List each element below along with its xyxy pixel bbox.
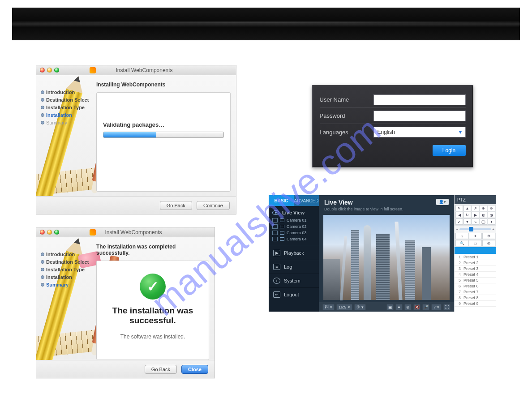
stream-select[interactable]: ①▾ — [354, 304, 366, 310]
zoom-button[interactable]: ⊕ — [404, 304, 412, 310]
continue-button[interactable]: Continue — [197, 201, 230, 210]
camera-item[interactable]: Camera 02 — [271, 223, 316, 230]
audio-button[interactable]: 🔇 — [413, 304, 420, 310]
ptz-search-button[interactable]: 🔍 — [455, 240, 468, 246]
ptz-up[interactable]: ▲ — [463, 205, 471, 211]
installer-step-list: Introduction Destination Select Installa… — [36, 237, 96, 360]
minimize-icon[interactable] — [47, 68, 52, 73]
step-type: Installation Type — [41, 105, 96, 110]
login-row-username: User Name — [320, 92, 466, 108]
ptz-center-button[interactable]: ◎ — [482, 240, 495, 246]
ptz-up-right[interactable]: ↗ — [472, 205, 479, 211]
ptz-down[interactable]: ▼ — [463, 218, 471, 225]
step-summary: Summary — [41, 282, 96, 287]
password-input[interactable] — [373, 111, 466, 121]
installer-dialog-success: Install WebComponents Introduction Desti… — [36, 227, 215, 378]
window-title: Install WebComponents — [56, 67, 232, 73]
installer-titlebar: Install WebComponents — [36, 227, 215, 237]
preset-item[interactable]: 1Preset 1 — [455, 254, 496, 260]
nav-system[interactable]: iSystem — [269, 274, 319, 287]
ptz-iris-open[interactable]: ◯ — [480, 218, 487, 225]
go-back-button[interactable]: Go Back — [160, 201, 192, 210]
liveview-app: BASIC ADVANCED Live View Camera 01 Camer… — [269, 195, 496, 312]
ptz-aux-button[interactable]: ⚙ — [482, 233, 495, 239]
label-password: Password — [320, 112, 373, 119]
installer-heading: The installation was completed successfu… — [96, 244, 209, 256]
logout-icon: ⇤ — [273, 291, 280, 298]
installer-dialog-progress: Install WebComponents Introduction Desti… — [36, 65, 236, 214]
close-icon[interactable] — [40, 68, 45, 73]
nav-log[interactable]: ≡Log — [269, 260, 319, 274]
ptz-left[interactable]: ◀ — [455, 212, 463, 218]
snapshot-button[interactable]: ▣ — [386, 304, 394, 310]
ptz-down-left[interactable]: ↙ — [455, 218, 463, 225]
nav-logout[interactable]: ⇤Logout — [269, 287, 319, 301]
go-back-button[interactable]: Go Back — [145, 365, 177, 374]
ptz-right[interactable]: ▶ — [472, 212, 479, 218]
camera-icon — [280, 225, 284, 228]
progress-bar — [103, 132, 224, 138]
page-subtitle: Double click the image to view in full s… — [324, 207, 403, 211]
camera-item[interactable]: Camera 04 — [271, 236, 316, 242]
ptz-speed-slider[interactable]: − + — [455, 226, 496, 233]
ptz-wiper-button[interactable]: ✦ — [469, 233, 482, 239]
step-type: Installation Type — [41, 267, 96, 272]
preset-item[interactable]: 3Preset 3 — [455, 266, 496, 272]
chevron-down-icon: ▾ — [459, 129, 462, 135]
ptz-light-button[interactable]: ☼ — [455, 233, 468, 239]
nav-live-view[interactable]: Live View — [269, 208, 319, 217]
preset-item[interactable]: 5Preset 5 — [455, 278, 496, 283]
login-row-language: Languages English ▾ — [320, 124, 466, 140]
minimize-icon[interactable] — [47, 230, 52, 235]
preset-item[interactable]: 7Preset 7 — [455, 289, 496, 295]
preset-tab-header[interactable] — [455, 247, 496, 254]
ptz-zoom-out[interactable]: ⊖ — [488, 205, 495, 211]
ptz-panel: PTZ ↖ ▲ ↗ ⊕ ⊖ ◀ ↻ ▶ ◐ ◑ ↙ ▼ ↘ — [454, 195, 496, 312]
preset-item[interactable]: 4Preset 4 — [455, 272, 496, 278]
ptz-focus-in[interactable]: ◐ — [480, 212, 487, 218]
ptz-iris-close[interactable]: ● — [488, 218, 495, 225]
username-input[interactable] — [373, 94, 466, 105]
record-button[interactable]: ● — [395, 304, 403, 310]
video-view[interactable] — [323, 215, 450, 300]
login-button[interactable]: Login — [433, 145, 466, 156]
playback-icon: ▶ — [273, 250, 280, 256]
ptz-focus-out[interactable]: ◑ — [488, 212, 495, 218]
tab-basic[interactable]: BASIC — [269, 195, 294, 206]
layout-select[interactable]: 四▾ — [322, 304, 335, 310]
preset-item[interactable]: 8Preset 8 — [455, 295, 496, 301]
more-select[interactable]: ⤢▾ — [431, 304, 442, 310]
installer-step-list: Introduction Destination Select Installa… — [36, 75, 96, 196]
language-value: English — [378, 129, 395, 135]
ptz-control-grid: ↖ ▲ ↗ ⊕ ⊖ ◀ ↻ ▶ ◐ ◑ ↙ ▼ ↘ ◯ ● — [455, 204, 496, 226]
step-destination: Destination Select — [41, 259, 96, 265]
preset-item[interactable]: 9Preset 9 — [455, 301, 496, 307]
success-subtext: The software was installed. — [103, 334, 202, 340]
language-select[interactable]: English ▾ — [373, 127, 466, 137]
preset-item[interactable]: 2Preset 2 — [455, 260, 496, 266]
eye-icon — [272, 210, 279, 215]
camera-item[interactable]: Camera 03 — [271, 230, 316, 236]
nav-playback[interactable]: ▶Playback — [269, 246, 319, 260]
ptz-zoom-in[interactable]: ⊕ — [480, 205, 487, 211]
camera-icon — [280, 231, 284, 235]
camera-icon — [280, 218, 284, 222]
close-icon[interactable] — [40, 230, 45, 235]
preset-item[interactable]: 6Preset 6 — [455, 283, 496, 289]
left-column: Install WebComponents Introduction Desti… — [36, 65, 237, 378]
ptz-up-left[interactable]: ↖ — [455, 205, 463, 211]
label-username: User Name — [320, 96, 373, 103]
camera-item[interactable]: Camera 01 — [271, 217, 316, 223]
user-menu-button[interactable]: 👤▾ — [436, 199, 449, 205]
ptz-auto[interactable]: ↻ — [463, 212, 471, 218]
ptz-down-right[interactable]: ↘ — [472, 218, 479, 225]
aspect-select[interactable]: 16:9▾ — [336, 304, 352, 310]
label-language: Languages — [320, 129, 373, 136]
step-summary: Summary — [41, 120, 96, 125]
mic-button[interactable]: 🎤 — [422, 304, 429, 310]
close-button[interactable]: Close — [181, 365, 208, 374]
fullscreen-button[interactable]: ⛶ — [443, 304, 450, 310]
camera-icon — [280, 237, 284, 241]
ptz-3d-button[interactable]: ▭ — [469, 240, 482, 246]
tab-advanced[interactable]: ADVANCED — [294, 195, 319, 206]
